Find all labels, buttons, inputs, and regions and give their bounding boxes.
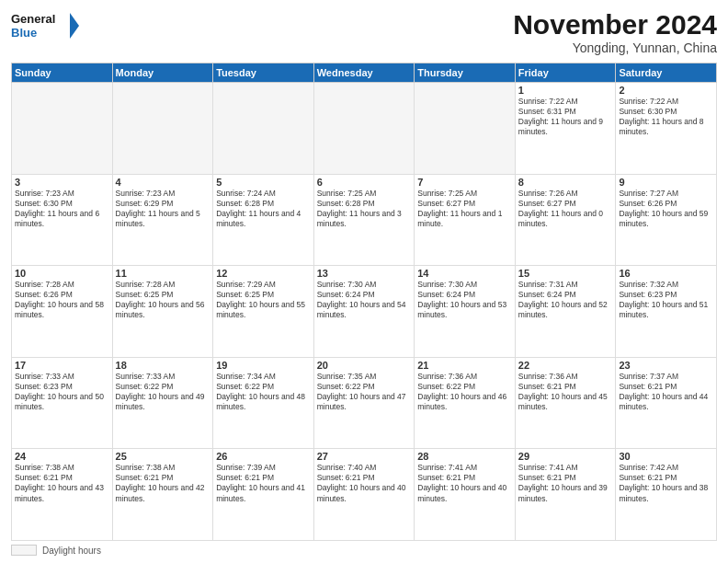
page: General Blue November 2024 Yongding, Yun… xyxy=(0,0,728,563)
day-info: Sunset: 6:30 PM xyxy=(619,107,713,117)
day-info: Sunset: 6:22 PM xyxy=(216,382,311,392)
day-cell xyxy=(415,83,516,175)
day-info: Sunrise: 7:35 AM xyxy=(317,372,412,382)
day-number: 2 xyxy=(619,85,713,96)
day-info: Sunrise: 7:38 AM xyxy=(116,463,210,473)
svg-marker-2 xyxy=(70,13,79,39)
day-info: Daylight: 10 hours and 45 minutes. xyxy=(518,392,613,412)
day-info: Sunrise: 7:38 AM xyxy=(15,463,109,473)
day-info: Sunrise: 7:42 AM xyxy=(619,463,713,473)
day-info: Daylight: 10 hours and 38 minutes. xyxy=(619,483,713,503)
day-info: Daylight: 10 hours and 43 minutes. xyxy=(15,483,109,503)
day-cell: 6Sunrise: 7:25 AMSunset: 6:28 PMDaylight… xyxy=(313,174,415,266)
day-number: 25 xyxy=(116,451,210,462)
day-info: Daylight: 10 hours and 53 minutes. xyxy=(417,300,512,320)
day-number: 9 xyxy=(619,177,713,188)
day-info: Sunrise: 7:29 AM xyxy=(216,280,311,290)
day-number: 1 xyxy=(518,85,613,96)
day-info: Daylight: 10 hours and 51 minutes. xyxy=(619,300,713,320)
day-info: Sunrise: 7:31 AM xyxy=(518,280,613,290)
day-number: 16 xyxy=(619,268,713,279)
day-info: Sunrise: 7:32 AM xyxy=(619,280,713,290)
week-row-1: 3Sunrise: 7:23 AMSunset: 6:30 PMDaylight… xyxy=(12,174,717,266)
day-info: Sunset: 6:31 PM xyxy=(518,107,613,117)
day-number: 14 xyxy=(417,268,512,279)
day-cell: 27Sunrise: 7:40 AMSunset: 6:21 PMDayligh… xyxy=(313,449,415,541)
day-info: Sunrise: 7:25 AM xyxy=(317,189,412,199)
day-info: Sunset: 6:23 PM xyxy=(619,290,713,300)
column-header-thursday: Thursday xyxy=(415,63,516,83)
day-info: Daylight: 10 hours and 42 minutes. xyxy=(116,483,210,503)
day-info: Sunrise: 7:28 AM xyxy=(15,280,109,290)
logo: General Blue xyxy=(11,9,85,42)
day-number: 20 xyxy=(317,360,412,371)
day-info: Daylight: 10 hours and 44 minutes. xyxy=(619,392,713,412)
day-info: Daylight: 11 hours and 8 minutes. xyxy=(619,117,713,137)
svg-text:Blue: Blue xyxy=(11,26,37,40)
day-info: Sunset: 6:25 PM xyxy=(116,290,210,300)
day-info: Sunset: 6:27 PM xyxy=(417,199,512,209)
day-info: Daylight: 10 hours and 58 minutes. xyxy=(15,300,109,320)
day-info: Sunrise: 7:30 AM xyxy=(417,280,512,290)
day-info: Daylight: 10 hours and 56 minutes. xyxy=(116,300,210,320)
day-cell: 21Sunrise: 7:36 AMSunset: 6:22 PMDayligh… xyxy=(415,357,516,449)
header-row: SundayMondayTuesdayWednesdayThursdayFrid… xyxy=(12,63,717,83)
day-info: Sunset: 6:21 PM xyxy=(518,382,613,392)
day-number: 23 xyxy=(619,360,713,371)
day-cell: 10Sunrise: 7:28 AMSunset: 6:26 PMDayligh… xyxy=(12,266,113,358)
day-number: 3 xyxy=(15,177,109,188)
day-info: Sunrise: 7:36 AM xyxy=(417,372,512,382)
day-info: Daylight: 10 hours and 40 minutes. xyxy=(417,483,512,503)
day-info: Daylight: 11 hours and 1 minute. xyxy=(417,209,512,229)
day-info: Sunset: 6:28 PM xyxy=(216,199,311,209)
day-cell: 28Sunrise: 7:41 AMSunset: 6:21 PMDayligh… xyxy=(415,449,516,541)
day-info: Sunset: 6:25 PM xyxy=(216,290,311,300)
day-number: 7 xyxy=(417,177,512,188)
day-info: Sunset: 6:21 PM xyxy=(518,473,613,483)
day-info: Daylight: 11 hours and 6 minutes. xyxy=(15,209,109,229)
day-number: 24 xyxy=(15,451,109,462)
day-info: Daylight: 11 hours and 4 minutes. xyxy=(216,209,311,229)
day-info: Daylight: 10 hours and 52 minutes. xyxy=(518,300,613,320)
day-number: 12 xyxy=(216,268,311,279)
day-number: 11 xyxy=(116,268,210,279)
day-info: Sunset: 6:29 PM xyxy=(116,199,210,209)
day-info: Sunset: 6:24 PM xyxy=(417,290,512,300)
day-info: Sunset: 6:23 PM xyxy=(15,382,109,392)
day-number: 17 xyxy=(15,360,109,371)
day-cell: 30Sunrise: 7:42 AMSunset: 6:21 PMDayligh… xyxy=(616,449,717,541)
title-section: November 2024 Yongding, Yunnan, China xyxy=(513,9,717,55)
day-cell: 8Sunrise: 7:26 AMSunset: 6:27 PMDaylight… xyxy=(515,174,616,266)
day-number: 18 xyxy=(116,360,210,371)
day-cell: 2Sunrise: 7:22 AMSunset: 6:30 PMDaylight… xyxy=(616,83,717,175)
day-cell: 22Sunrise: 7:36 AMSunset: 6:21 PMDayligh… xyxy=(515,357,616,449)
day-number: 13 xyxy=(317,268,412,279)
header: General Blue November 2024 Yongding, Yun… xyxy=(11,9,717,55)
day-info: Sunset: 6:30 PM xyxy=(15,199,109,209)
day-cell: 25Sunrise: 7:38 AMSunset: 6:21 PMDayligh… xyxy=(112,449,213,541)
day-info: Sunset: 6:21 PM xyxy=(216,473,311,483)
day-number: 22 xyxy=(518,360,613,371)
day-info: Daylight: 11 hours and 5 minutes. xyxy=(116,209,210,229)
week-row-0: 1Sunrise: 7:22 AMSunset: 6:31 PMDaylight… xyxy=(12,83,717,175)
day-info: Daylight: 10 hours and 54 minutes. xyxy=(317,300,412,320)
day-info: Sunset: 6:21 PM xyxy=(15,473,109,483)
calendar: SundayMondayTuesdayWednesdayThursdayFrid… xyxy=(11,63,717,541)
column-header-sunday: Sunday xyxy=(12,63,113,83)
footer-label: Daylight hours xyxy=(42,546,101,556)
column-header-tuesday: Tuesday xyxy=(213,63,314,83)
day-number: 28 xyxy=(417,451,512,462)
day-cell: 16Sunrise: 7:32 AMSunset: 6:23 PMDayligh… xyxy=(616,266,717,358)
subtitle: Yongding, Yunnan, China xyxy=(513,40,717,55)
day-cell: 5Sunrise: 7:24 AMSunset: 6:28 PMDaylight… xyxy=(213,174,314,266)
week-row-3: 17Sunrise: 7:33 AMSunset: 6:23 PMDayligh… xyxy=(12,357,717,449)
day-info: Sunset: 6:22 PM xyxy=(417,382,512,392)
week-row-2: 10Sunrise: 7:28 AMSunset: 6:26 PMDayligh… xyxy=(12,266,717,358)
day-cell xyxy=(12,83,113,175)
day-info: Sunset: 6:22 PM xyxy=(116,382,210,392)
day-cell: 13Sunrise: 7:30 AMSunset: 6:24 PMDayligh… xyxy=(313,266,415,358)
day-info: Sunset: 6:26 PM xyxy=(619,199,713,209)
day-cell: 4Sunrise: 7:23 AMSunset: 6:29 PMDaylight… xyxy=(112,174,213,266)
day-info: Sunrise: 7:24 AM xyxy=(216,189,311,199)
day-info: Daylight: 10 hours and 47 minutes. xyxy=(317,392,412,412)
